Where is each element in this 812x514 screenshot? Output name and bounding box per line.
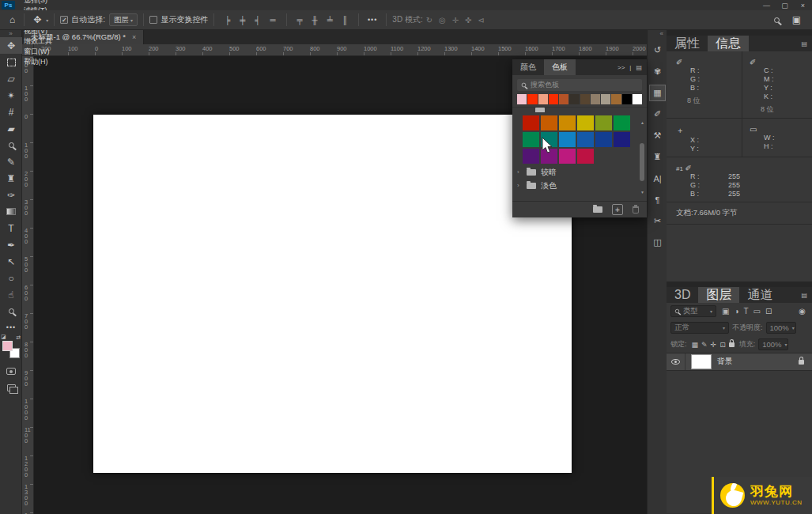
brush-tool[interactable]: ✎	[0, 153, 22, 170]
hand-tool[interactable]: ☝	[0, 286, 22, 303]
eye-icon[interactable]	[671, 359, 680, 365]
swatch[interactable]	[559, 115, 576, 130]
default-colors-icon[interactable]: ◪	[1, 334, 6, 339]
swatch[interactable]	[523, 132, 539, 147]
align-icon[interactable]: ╡	[250, 16, 265, 25]
distribute-icon[interactable]: ╤	[293, 16, 308, 25]
vertical-ruler[interactable]: 2001000100200300400500600700800900100011…	[22, 56, 34, 514]
crop-tool[interactable]: #	[0, 104, 22, 120]
auto-select-target-dropdown[interactable]: 图层 ▾	[109, 13, 138, 26]
swatch[interactable]	[559, 132, 576, 147]
foreground-color-swatch[interactable]	[2, 341, 13, 351]
lasso-tool[interactable]: ▱	[0, 70, 22, 87]
filter-adjustment-layers-icon[interactable]: ◑	[731, 307, 741, 316]
align-icon[interactable]: ═	[265, 16, 280, 25]
swatch[interactable]	[601, 94, 610, 104]
workspace-icon[interactable]: ▣	[789, 14, 804, 25]
swatch[interactable]	[541, 115, 557, 130]
character-panel-icon[interactable]: A|	[648, 168, 667, 189]
lock-transparent-pixels-icon[interactable]: ▦	[690, 341, 701, 349]
close-button[interactable]: ×	[794, 2, 812, 9]
maximize-button[interactable]: ▢	[776, 2, 794, 9]
swatch[interactable]	[614, 115, 630, 130]
distribute-icon[interactable]: ║	[338, 16, 353, 25]
distribute-icon[interactable]: ╧	[323, 16, 338, 25]
tab-properties[interactable]: 属性	[667, 36, 708, 51]
menu-item-帮助[interactable]: 帮助(H)	[18, 57, 58, 67]
layer-thumbnail[interactable]	[691, 354, 712, 369]
brush-settings-panel-icon[interactable]: ✐	[648, 104, 667, 125]
menu-item-增效工具[interactable]: 增效工具	[18, 36, 58, 47]
3d-mode-icon[interactable]: ⊲	[475, 16, 488, 25]
lock-artboard-icon[interactable]: ⊡	[718, 341, 727, 349]
swatch[interactable]	[549, 94, 558, 104]
shape-tool[interactable]: ○	[0, 270, 22, 286]
layer-row-背景[interactable]: 背景	[667, 353, 812, 371]
horizontal-ruler[interactable]: 2001000100200300400500600700800900100011…	[34, 44, 647, 56]
paragraph-panel-icon[interactable]: ¶	[648, 189, 667, 210]
search-icon[interactable]	[774, 17, 780, 23]
swatch[interactable]	[523, 149, 539, 164]
align-icon[interactable]: ╞	[220, 16, 235, 25]
spot-healing-brush-tool[interactable]: ▰	[0, 120, 22, 137]
tab-layers[interactable]: 图层	[698, 287, 739, 303]
filter-pin-icon[interactable]: ◉	[796, 307, 808, 316]
clone-source-panel-icon[interactable]: ♜	[648, 146, 667, 168]
tab-close-icon[interactable]: ×	[132, 33, 136, 41]
swatch[interactable]	[577, 115, 594, 130]
swatch[interactable]	[614, 132, 630, 147]
3d-mode-icon[interactable]: ↻	[423, 16, 436, 25]
new-swatch-button[interactable]: +	[612, 204, 623, 215]
screen-mode-button[interactable]	[0, 380, 22, 396]
zoom-tool[interactable]	[0, 303, 22, 319]
filter-pixel-layers-icon[interactable]: ▣	[719, 307, 731, 316]
move-tool-icon[interactable]: ✥	[30, 14, 44, 25]
swatch[interactable]	[595, 132, 612, 147]
swatch[interactable]	[559, 94, 568, 104]
swatch[interactable]	[577, 149, 594, 164]
show-transform-checkbox[interactable]	[149, 16, 157, 24]
swatch[interactable]	[622, 94, 632, 104]
tab-color[interactable]: 颜色	[512, 59, 544, 75]
swatch[interactable]	[591, 94, 600, 104]
tab-channels[interactable]: 通道	[739, 287, 780, 303]
swatch-group-partial[interactable]: ⌄	[512, 107, 647, 112]
swatch[interactable]	[559, 149, 576, 164]
minimize-button[interactable]: —	[757, 2, 776, 9]
lock-image-pixels-icon[interactable]: ✎	[700, 341, 709, 349]
scroll-up-icon[interactable]: ▲	[640, 120, 644, 125]
layer-filter-type-dropdown[interactable]: 类型 ▾	[670, 305, 716, 317]
swap-colors-icon[interactable]: ⇄	[16, 334, 21, 340]
history-brush-tool[interactable]: ✑	[0, 187, 22, 203]
lock-all-icon[interactable]	[727, 341, 736, 349]
tool-presets-panel-icon[interactable]: ✂	[648, 210, 667, 232]
libraries-panel-icon[interactable]: ◫	[648, 232, 667, 253]
opacity-input[interactable]: 100% ▾	[766, 322, 796, 334]
swatch[interactable]	[633, 94, 642, 104]
clone-stamp-tool[interactable]: ♜	[0, 170, 22, 187]
brushes-panel-icon[interactable]: ⚒	[648, 125, 667, 146]
tab-swatches[interactable]: 色板	[544, 59, 576, 75]
swatch[interactable]	[595, 115, 612, 130]
auto-select-checkbox[interactable]: ✓	[60, 16, 68, 24]
more-options-icon[interactable]: •••	[364, 16, 380, 24]
type-tool[interactable]: T	[0, 220, 22, 236]
3d-mode-icon[interactable]: ◎	[436, 16, 449, 25]
pen-tool[interactable]: ✒	[0, 236, 22, 253]
swatch[interactable]	[569, 94, 579, 104]
swatch-group-淡色[interactable]: ›淡色	[512, 179, 647, 192]
swatch[interactable]	[517, 94, 527, 104]
distribute-icon[interactable]: ╫	[308, 16, 323, 25]
panel-collapse-icon[interactable]: >>	[617, 64, 625, 71]
swatch[interactable]	[580, 94, 590, 104]
filter-type-layers-icon[interactable]: T	[742, 307, 751, 316]
blend-mode-dropdown[interactable]: 正常 ▾	[670, 322, 729, 334]
3d-mode-icon[interactable]: ✛	[449, 16, 462, 25]
scroll-down-icon[interactable]: ▼	[640, 190, 644, 195]
foreground-background-colors[interactable]: ⇄◪	[2, 341, 20, 358]
color-controls[interactable]: ⇄◪	[0, 336, 22, 363]
home-icon[interactable]: ⌂	[6, 14, 18, 25]
chevron-down-icon[interactable]: ▾	[46, 17, 48, 23]
delete-swatch-button[interactable]	[633, 206, 639, 214]
scrollbar-thumb[interactable]	[640, 143, 644, 181]
